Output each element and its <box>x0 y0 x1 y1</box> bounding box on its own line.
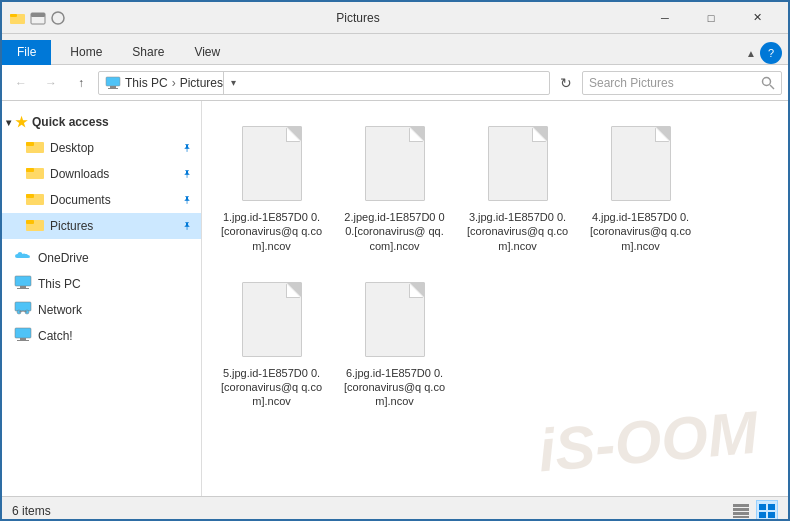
file-icon <box>237 277 307 362</box>
svg-point-4 <box>52 12 64 24</box>
svg-rect-17 <box>26 220 34 224</box>
file-name: 4.jpg.id-1E857D0 0.[coronavirus@q q.com]… <box>589 210 692 253</box>
svg-rect-5 <box>106 77 120 86</box>
svg-rect-7 <box>108 88 118 89</box>
file-item-3[interactable]: 3.jpg.id-1E857D0 0.[coronavirus@q q.com]… <box>460 113 575 261</box>
file-item-6[interactable]: 6.jpg.id-1E857D0 0.[coronavirus@q q.com]… <box>337 269 452 417</box>
back-button[interactable]: ← <box>8 70 34 96</box>
file-item-1[interactable]: 1.jpg.id-1E857D0 0.[coronavirus@q q.com]… <box>214 113 329 261</box>
chevron-icon: ▾ <box>6 117 11 128</box>
file-name: 3.jpg.id-1E857D0 0.[coronavirus@q q.com]… <box>466 210 569 253</box>
tab-share[interactable]: Share <box>117 40 179 65</box>
onedrive-icon <box>14 249 32 267</box>
sidebar-item-network[interactable]: Network <box>2 297 201 323</box>
path-pictures: Pictures <box>180 76 223 90</box>
file-area: iS-OOM 1.jpg.id-1E857D0 0.[coronavirus@q… <box>202 101 788 496</box>
svg-rect-26 <box>15 328 31 338</box>
refresh-button[interactable]: ↻ <box>554 71 578 95</box>
pin-icon: 🖈 <box>182 142 193 154</box>
forward-button[interactable]: → <box>38 70 64 96</box>
quick-access-header[interactable]: ▾ ★ Quick access <box>2 109 201 135</box>
star-icon: ★ <box>15 114 28 130</box>
desktop-folder-icon <box>26 139 44 157</box>
sidebar-item-thispc[interactable]: This PC <box>2 271 201 297</box>
network-icon <box>14 301 32 319</box>
sidebar-item-label: Downloads <box>50 167 109 181</box>
file-icon <box>606 121 676 206</box>
svg-rect-19 <box>20 286 26 288</box>
window-icon <box>10 10 26 26</box>
maximize-button[interactable]: □ <box>688 2 734 34</box>
sidebar-item-pictures[interactable]: Pictures 🖈 <box>2 213 201 239</box>
ribbon: File Home Share View ▲ ? <box>2 34 788 65</box>
ribbon-tabs: File Home Share View ▲ ? <box>2 34 788 64</box>
path-thispc: This PC <box>125 76 168 90</box>
sidebar-item-label: OneDrive <box>38 251 89 265</box>
minimize-button[interactable]: ─ <box>642 2 688 34</box>
file-item-5[interactable]: 5.jpg.id-1E857D0 0.[coronavirus@q q.com]… <box>214 269 329 417</box>
address-path[interactable]: This PC › Pictures ▾ <box>98 71 550 95</box>
up-button[interactable]: ↑ <box>68 70 94 96</box>
main-content: ▾ ★ Quick access Desktop 🖈 Down <box>2 101 788 496</box>
pin-icon: 🖈 <box>182 220 193 232</box>
ribbon-collapse-button[interactable]: ▲ <box>746 48 756 59</box>
path-arrow-1: › <box>172 76 176 90</box>
file-icon <box>483 121 553 206</box>
svg-rect-27 <box>20 338 26 340</box>
file-item-4[interactable]: 4.jpg.id-1E857D0 0.[coronavirus@q q.com]… <box>583 113 698 261</box>
svg-rect-28 <box>17 340 29 341</box>
path-dropdown[interactable]: ▾ <box>223 71 243 95</box>
svg-rect-33 <box>759 504 766 510</box>
tab-home[interactable]: Home <box>55 40 117 65</box>
pin-icon: 🖈 <box>182 194 193 206</box>
sidebar-item-documents[interactable]: Documents 🖈 <box>2 187 201 213</box>
svg-line-9 <box>770 85 774 89</box>
close-button[interactable]: ✕ <box>734 2 780 34</box>
svg-rect-34 <box>768 504 775 510</box>
window-icon2 <box>30 10 46 26</box>
computer-icon <box>105 75 121 91</box>
sidebar-item-onedrive[interactable]: OneDrive <box>2 245 201 271</box>
view-controls <box>730 500 778 522</box>
svg-rect-11 <box>26 142 34 146</box>
file-name: 6.jpg.id-1E857D0 0.[coronavirus@q q.com]… <box>343 366 446 409</box>
svg-rect-6 <box>110 86 116 88</box>
window-controls: ─ □ ✕ <box>642 2 780 34</box>
svg-rect-3 <box>31 13 45 17</box>
window-icon3 <box>50 10 66 26</box>
search-placeholder: Search Pictures <box>589 76 761 90</box>
svg-rect-36 <box>768 512 775 518</box>
file-name: 2.jpeg.id-1E857D0 00.[coronavirus@ qq.co… <box>343 210 446 253</box>
svg-rect-32 <box>733 516 749 518</box>
svg-rect-15 <box>26 194 34 198</box>
file-icon <box>237 121 307 206</box>
help-button[interactable]: ? <box>760 42 782 64</box>
documents-folder-icon <box>26 191 44 209</box>
sidebar-item-catch[interactable]: Catch! <box>2 323 201 349</box>
list-view-button[interactable] <box>730 500 752 522</box>
downloads-folder-icon <box>26 165 44 183</box>
thispc-icon <box>14 275 32 293</box>
sidebar-item-label: Network <box>38 303 82 317</box>
sidebar-item-label: Pictures <box>50 219 93 233</box>
sidebar-item-downloads[interactable]: Downloads 🖈 <box>2 161 201 187</box>
svg-rect-18 <box>15 276 31 286</box>
pin-icon: 🖈 <box>182 168 193 180</box>
tab-view[interactable]: View <box>179 40 235 65</box>
svg-rect-35 <box>759 512 766 518</box>
file-name: 1.jpg.id-1E857D0 0.[coronavirus@q q.com]… <box>220 210 323 253</box>
file-grid: 1.jpg.id-1E857D0 0.[coronavirus@q q.com]… <box>210 109 780 421</box>
search-icon <box>761 76 775 90</box>
svg-rect-30 <box>733 508 749 511</box>
title-bar-icons <box>10 10 66 26</box>
sidebar-item-label: Desktop <box>50 141 94 155</box>
grid-view-button[interactable] <box>756 500 778 522</box>
sidebar-item-label: Catch! <box>38 329 73 343</box>
file-item-2[interactable]: 2.jpeg.id-1E857D0 00.[coronavirus@ qq.co… <box>337 113 452 261</box>
file-icon <box>360 277 430 362</box>
status-bar: 6 items <box>2 496 788 521</box>
search-box[interactable]: Search Pictures <box>582 71 782 95</box>
tab-file[interactable]: File <box>2 40 51 65</box>
sidebar-item-desktop[interactable]: Desktop 🖈 <box>2 135 201 161</box>
svg-rect-31 <box>733 512 749 515</box>
